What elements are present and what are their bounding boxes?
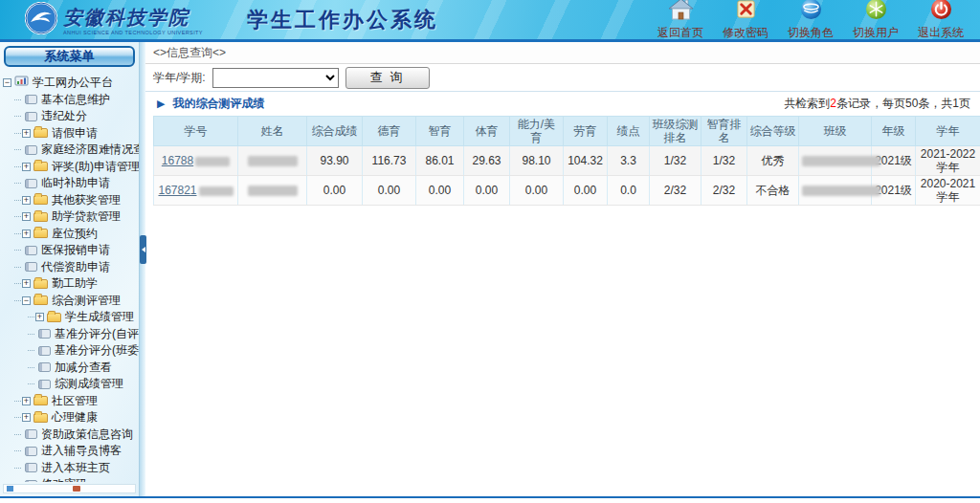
- tree-item-11[interactable]: 代偿资助申请: [3, 259, 139, 276]
- tree-item-8[interactable]: +助学贷款管理: [3, 208, 139, 226]
- tree-item-label: 医保报销申请: [41, 242, 110, 258]
- score-cell: 29.63: [464, 146, 510, 176]
- tree-item-9[interactable]: +座位预约: [3, 226, 139, 243]
- tree-item-15[interactable]: 基准分评分(自评): [3, 326, 139, 343]
- tree-item-14[interactable]: +学生成绩管理: [3, 309, 139, 326]
- home-button[interactable]: 返回首页: [653, 0, 708, 41]
- expand-node-icon[interactable]: +: [22, 196, 31, 205]
- collapse-sidebar-handle[interactable]: [140, 235, 146, 264]
- search-button[interactable]: 查 询: [345, 67, 430, 89]
- section-title: ▶ 我的综合测评成绩: [157, 96, 264, 112]
- tree-item-4[interactable]: 家庭经济困难情况查看: [3, 142, 139, 159]
- tree-item-5[interactable]: +评奖(助)申请管理: [3, 159, 139, 176]
- tree-item-label: 其他获奖管理: [52, 192, 121, 208]
- folder-icon: [33, 279, 48, 289]
- change-password-button[interactable]: 修改密码: [718, 0, 773, 41]
- score-cell: 0.00: [363, 176, 416, 206]
- top-banner: 安徽科技学院 ANHUI SCIENCE AND TECHNOLOGY UNIV…: [0, 0, 980, 42]
- tree-item-label: 助学贷款管理: [52, 208, 121, 225]
- tree-item-22[interactable]: 进入辅导员博客: [3, 443, 139, 460]
- score-cell: 86.01: [416, 146, 464, 176]
- tree-item-label: 勤工助学: [52, 275, 98, 292]
- tree-item-7[interactable]: +其他获奖管理: [3, 192, 139, 209]
- redacted-id: [195, 157, 230, 166]
- power-icon: [930, 0, 952, 24]
- tree-item-23[interactable]: 进入本班主页: [3, 460, 139, 477]
- document-icon: [25, 480, 37, 482]
- tree-item-24[interactable]: 修改密码: [3, 476, 139, 482]
- tree-item-label: 心理健康: [52, 409, 98, 426]
- university-name: 安徽科技学院: [63, 5, 203, 31]
- score-cell: 3.3: [608, 146, 650, 176]
- tree-item-2[interactable]: 违纪处分: [3, 108, 139, 125]
- tree-item-20[interactable]: +心理健康: [3, 409, 139, 426]
- results-table: 学号姓名综合成绩德育智育体育能力/美育劳育绩点班级综测排名智育排名综合等级班级年…: [153, 116, 980, 206]
- results-table-wrap: 学号姓名综合成绩德育智育体育能力/美育劳育绩点班级综测排名智育排名综合等级班级年…: [145, 116, 980, 206]
- expand-node-icon[interactable]: +: [22, 163, 31, 171]
- document-icon: [25, 246, 37, 255]
- tree-item-6[interactable]: 临时补助申请: [3, 175, 139, 192]
- column-header: 年级: [872, 117, 916, 146]
- student-id-link[interactable]: 167821: [158, 184, 196, 197]
- expand-node-icon[interactable]: +: [35, 313, 44, 321]
- tree-connector: [14, 133, 21, 134]
- expand-node-icon[interactable]: +: [22, 279, 31, 288]
- expand-node-icon[interactable]: +: [22, 212, 31, 221]
- tree-item-0[interactable]: −学工网办公平台: [3, 75, 139, 92]
- scroll-thumb[interactable]: [73, 486, 80, 492]
- score-cell: 0.00: [416, 176, 464, 206]
- tree-item-label: 请假申请: [52, 125, 98, 142]
- score-cell: 不合格: [747, 176, 799, 206]
- tree-item-label: 违纪处分: [41, 108, 87, 124]
- sidebar-hscrollbar[interactable]: [3, 484, 136, 493]
- globe-icon: [800, 0, 822, 24]
- tree-item-label: 评奖(助)申请管理: [52, 159, 139, 175]
- redacted-class: [802, 186, 880, 196]
- column-header: 班级综测排名: [650, 117, 702, 146]
- tree-item-18[interactable]: 综测成绩管理: [3, 376, 139, 393]
- collapse-node-icon[interactable]: −: [22, 296, 31, 305]
- collapse-node-icon[interactable]: −: [3, 78, 11, 87]
- term-select[interactable]: [212, 68, 339, 88]
- switch-role-label: 切换角色: [788, 25, 834, 41]
- document-icon: [25, 463, 37, 472]
- tree-item-17[interactable]: 加减分查看: [3, 360, 139, 377]
- university-subtitle: ANHUI SCIENCE AND TECHNOLOGY UNIVERSITY: [63, 30, 203, 35]
- tree-item-19[interactable]: +社区管理: [3, 393, 139, 410]
- asterisk-sphere-icon: [865, 0, 887, 24]
- tree-item-21[interactable]: 资助政策信息咨询: [3, 426, 139, 444]
- switch-role-button[interactable]: 切换角色: [783, 0, 838, 41]
- breadcrumb: <>信息查询<>: [145, 42, 980, 64]
- tree-connector: [14, 450, 21, 451]
- tree-connector: [28, 383, 34, 384]
- tree-connector: [28, 367, 34, 368]
- tree-item-label: 学工网办公平台: [33, 75, 113, 91]
- expand-node-icon[interactable]: +: [22, 413, 31, 422]
- expand-node-icon[interactable]: +: [22, 397, 31, 405]
- switch-user-button[interactable]: 切换用户: [848, 0, 903, 41]
- redacted-id: [199, 186, 234, 196]
- tree-item-12[interactable]: +勤工助学: [3, 275, 139, 293]
- change-password-label: 修改密码: [723, 25, 768, 41]
- redacted-name: [248, 186, 298, 196]
- tree-item-1[interactable]: 基本信息维护: [3, 92, 139, 109]
- logout-button[interactable]: 退出系统: [913, 0, 969, 41]
- document-icon: [25, 447, 37, 456]
- student-id-link[interactable]: 16788: [162, 154, 193, 167]
- app-body: 系统菜单 −学工网办公平台基本信息维护违纪处分+请假申请家庭经济困难情况查看+评…: [0, 42, 980, 498]
- tree-item-label: 临时补助申请: [41, 175, 110, 191]
- tree-item-3[interactable]: +请假申请: [3, 125, 139, 142]
- column-header: 智育: [416, 117, 464, 146]
- scroll-left-button[interactable]: [7, 486, 13, 492]
- column-header: 综合等级: [747, 117, 799, 146]
- expand-node-icon[interactable]: +: [22, 230, 31, 238]
- score-cell: 2/32: [702, 176, 747, 206]
- tree-item-13[interactable]: −综合测评管理: [3, 293, 139, 310]
- folder-icon: [33, 128, 48, 138]
- result-info: 共检索到2条记录，每页50条，共1页: [784, 96, 970, 112]
- score-cell: 0.00: [307, 176, 363, 206]
- column-header: 绩点: [608, 117, 650, 146]
- tree-item-10[interactable]: 医保报销申请: [3, 242, 139, 259]
- expand-node-icon[interactable]: +: [22, 129, 31, 138]
- tree-item-16[interactable]: 基准分评分(班委): [3, 342, 139, 360]
